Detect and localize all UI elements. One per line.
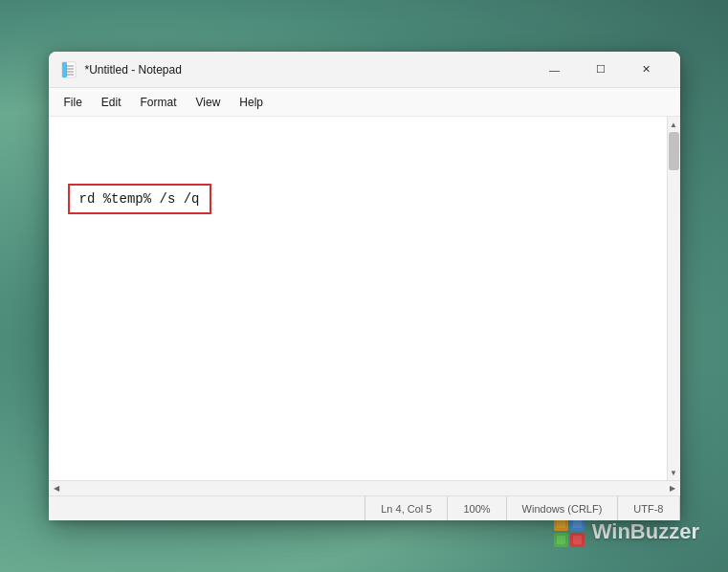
- status-bar: Ln 4, Col 5 100% Windows (CRLF) UTF-8: [49, 495, 680, 520]
- scroll-track-vertical[interactable]: [668, 132, 680, 465]
- menu-help[interactable]: Help: [232, 93, 271, 112]
- window-controls: — ☐ ✕: [533, 55, 669, 85]
- window-title: *Untitled - Notepad: [85, 63, 533, 77]
- horizontal-scrollbar[interactable]: ◀ ▶: [49, 480, 680, 495]
- watermark-text: WinBuzzer: [592, 519, 699, 544]
- status-position: Ln 4, Col 5: [365, 496, 448, 520]
- editor-container: rd %temp% /s /q ▲ ▼: [49, 117, 680, 480]
- svg-rect-5: [573, 519, 582, 528]
- vertical-scrollbar[interactable]: ▲ ▼: [667, 117, 680, 480]
- svg-rect-6: [557, 536, 565, 544]
- svg-rect-4: [557, 519, 565, 528]
- status-encoding: UTF-8: [618, 496, 679, 520]
- maximize-button[interactable]: ☐: [579, 55, 623, 85]
- scroll-right-arrow[interactable]: ▶: [665, 481, 680, 496]
- menu-format[interactable]: Format: [133, 93, 185, 112]
- menu-file[interactable]: File: [56, 93, 90, 112]
- scroll-up-arrow[interactable]: ▲: [667, 117, 680, 132]
- highlighted-code: rd %temp% /s /q: [68, 184, 211, 214]
- menu-bar: File Edit Format View Help: [49, 88, 680, 117]
- svg-rect-9: [62, 62, 67, 77]
- notepad-window: *Untitled - Notepad — ☐ ✕ File Edit Form…: [49, 52, 680, 520]
- menu-view[interactable]: View: [188, 93, 229, 112]
- app-icon: [60, 61, 77, 78]
- close-button[interactable]: ✕: [625, 55, 669, 85]
- scroll-left-arrow[interactable]: ◀: [49, 481, 64, 496]
- scroll-track-horizontal[interactable]: [64, 481, 665, 495]
- menu-edit[interactable]: Edit: [94, 93, 129, 112]
- svg-rect-7: [573, 536, 582, 544]
- editor-area[interactable]: rd %temp% /s /q: [49, 117, 667, 480]
- scroll-down-arrow[interactable]: ▼: [667, 465, 680, 480]
- status-line-ending: Windows (CRLF): [507, 496, 619, 520]
- title-bar: *Untitled - Notepad — ☐ ✕: [49, 52, 680, 88]
- status-zoom: 100%: [448, 496, 506, 520]
- status-empty: [49, 496, 366, 520]
- minimize-button[interactable]: —: [533, 55, 577, 85]
- scroll-thumb-vertical[interactable]: [669, 132, 679, 170]
